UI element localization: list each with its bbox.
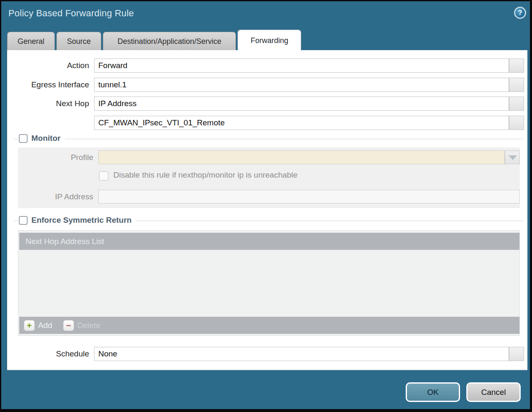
monitor-legend: Monitor [18, 134, 65, 143]
next-hop-label: Next Hop [7, 97, 89, 111]
table-toolbar: + Add − Delete [19, 317, 519, 334]
disable-rule-label: Disable this rule if nexthop/monitor ip … [113, 170, 297, 180]
monitor-ip-address-label: IP Address [18, 190, 93, 203]
tab-forwarding[interactable]: Forwarding [238, 30, 301, 51]
enforce-symmetric-return-checkbox[interactable] [19, 216, 28, 225]
action-label: Action [7, 58, 89, 73]
enforce-symmetric-return-title: Enforce Symmetric Return [31, 216, 132, 225]
next-hop-type-select[interactable]: IP Address [94, 97, 509, 111]
profile-dropdown-button [505, 150, 520, 164]
egress-interface-select[interactable]: tunnel.1 [94, 78, 509, 92]
monitor-checkbox[interactable] [19, 134, 28, 143]
cancel-button[interactable]: Cancel [466, 382, 521, 402]
next-hop-address-list-header: Next Hop Address List [19, 233, 519, 250]
next-hop-address-table: Next Hop Address List + Add − Delete [18, 230, 520, 336]
ok-button[interactable]: OK [406, 382, 460, 402]
profile-label: Profile [18, 150, 93, 164]
next-hop-address-select[interactable]: CF_MWAN_IPsec_VTI_01_Remote [94, 116, 509, 130]
action-dropdown-button[interactable] [509, 58, 524, 73]
plus-icon: + [24, 320, 35, 331]
monitor-group-border [14, 139, 523, 139]
profile-select [98, 150, 505, 164]
schedule-select[interactable]: None [94, 347, 509, 361]
egress-interface-dropdown-button[interactable] [509, 78, 524, 92]
next-hop-address-dropdown-button[interactable] [509, 116, 524, 130]
dialog-title: Policy Based Forwarding Rule [8, 8, 134, 19]
tab-destination-application-service[interactable]: Destination/Application/Service [103, 32, 236, 51]
tab-source[interactable]: Source [56, 32, 101, 51]
delete-button-label: Delete [77, 321, 100, 330]
action-select[interactable]: Forward [94, 58, 509, 73]
chevron-down-icon [509, 155, 517, 160]
minus-icon: − [63, 320, 74, 331]
next-hop-type-dropdown-button[interactable] [509, 97, 524, 111]
esr-legend: Enforce Symmetric Return [18, 216, 136, 225]
delete-button: − Delete [63, 320, 100, 331]
add-button-label: Add [38, 321, 52, 330]
schedule-dropdown-button[interactable] [509, 347, 524, 361]
egress-interface-label: Egress Interface [7, 78, 89, 92]
forwarding-panel: Action Forward Egress Interface tunnel.1… [7, 50, 527, 370]
add-button[interactable]: + Add [24, 320, 52, 331]
tab-bar: General Source Destination/Application/S… [7, 30, 301, 51]
schedule-label: Schedule [7, 347, 89, 361]
help-icon[interactable]: ? [514, 7, 526, 19]
monitor-ip-address-input [98, 190, 520, 203]
monitor-title: Monitor [31, 134, 61, 143]
disable-rule-checkbox [99, 171, 108, 181]
dialog-window: Policy Based Forwarding Rule ? General S… [0, 0, 532, 412]
monitor-section: Profile Disable this rule if nexthop/mon… [18, 148, 520, 208]
tab-general[interactable]: General [7, 32, 55, 51]
